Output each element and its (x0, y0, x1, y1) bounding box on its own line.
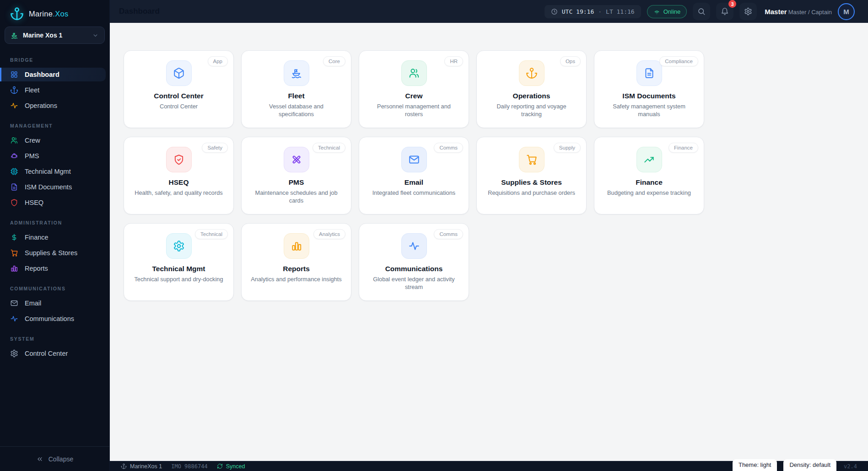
card-supplies-stores[interactable]: Supply Supplies & Stores Requisitions an… (476, 137, 587, 214)
footer-vessel: MarineXos 1 (121, 463, 162, 470)
card-title: PMS (242, 178, 351, 187)
chevron-down-icon (92, 32, 99, 39)
user-name: Master (765, 8, 787, 16)
footer-imo: IMO 9886744 (171, 463, 207, 470)
card-title: Fleet (242, 92, 351, 100)
card-crew[interactable]: HR Crew Personnel management and rosters (359, 50, 469, 128)
card-communications[interactable]: Comms Communications Global event ledger… (359, 223, 469, 301)
card-hseq[interactable]: Safety HSEQ Health, safety, and quality … (124, 137, 234, 214)
sidebar-item-ism-documents[interactable]: ISM Documents (0, 180, 106, 194)
dollar-icon (10, 233, 18, 241)
sidebar-item-label: PMS (25, 152, 39, 160)
sidebar-item-operations[interactable]: Operations (0, 99, 106, 112)
brand: Marine.Xos (0, 0, 109, 26)
sidebar-item-hseq[interactable]: HSEQ (0, 196, 106, 209)
refresh-icon (217, 463, 223, 469)
card-reports[interactable]: Analytics Reports Analytics and performa… (241, 223, 351, 301)
sidebar-item-fleet[interactable]: Fleet (0, 83, 106, 97)
avatar[interactable]: M (838, 3, 855, 20)
card-title: ISM Documents (594, 92, 704, 100)
ship-icon (11, 32, 18, 39)
card-operations[interactable]: Ops Operations Daily reporting and voyag… (476, 50, 587, 128)
footer-right: Theme: light Density: default v2.4 (733, 461, 862, 471)
card-title: Communications (359, 265, 469, 273)
card-subtitle: Safety management system manuals (594, 103, 704, 118)
theme-toggle[interactable]: Theme: light (733, 459, 777, 471)
sidebar-item-supplies-stores[interactable]: Supplies & Stores (0, 246, 106, 260)
card-badge: Technical (195, 229, 228, 239)
shield-icon (10, 198, 18, 207)
section-label-system: SYSTEM (0, 327, 109, 345)
app-card-grid: App Control Center Control Center Core F… (124, 50, 868, 301)
sidebar-item-label: HSEQ (25, 199, 43, 206)
section-label-administration: ADMINISTRATION (0, 211, 109, 229)
mail-icon (10, 299, 18, 307)
card-ism-documents[interactable]: Compliance ISM Documents Safety manageme… (594, 50, 704, 128)
utc-time: UTC 19:16 (562, 8, 594, 15)
sidebar-item-label: Technical Mgmt (25, 168, 71, 175)
gear-icon (10, 349, 18, 358)
card-subtitle: Budgeting and expense tracking (594, 189, 704, 197)
sidebar-item-label: Crew (25, 137, 40, 144)
search-button[interactable] (693, 3, 710, 20)
density-toggle[interactable]: Density: default (783, 459, 836, 471)
card-control-center[interactable]: App Control Center Control Center (124, 50, 234, 128)
bar-chart-icon (284, 233, 309, 259)
card-badge: Comms (434, 229, 463, 239)
card-pms[interactable]: Technical PMS Maintenance schedules and … (241, 137, 351, 214)
card-technical-mgmt[interactable]: Technical Technical Mgmt Technical suppo… (124, 223, 234, 301)
card-badge: App (208, 56, 228, 66)
collapse-button[interactable]: Collapse (0, 446, 109, 471)
dashboard-grid-icon (10, 70, 18, 79)
brand-name: Marine.Xos (29, 10, 68, 18)
card-email[interactable]: Comms Email Integrated fleet communicati… (359, 137, 469, 214)
search-icon (697, 7, 706, 16)
notifications-button[interactable]: 3 (716, 3, 733, 20)
sidebar-item-label: Operations (25, 102, 57, 109)
card-badge: Compliance (659, 56, 698, 66)
sidebar-item-reports[interactable]: Reports (0, 262, 106, 275)
activity-icon (10, 102, 18, 110)
card-badge: Comms (434, 143, 463, 153)
activity-icon (401, 233, 427, 259)
anchor-icon (519, 60, 545, 86)
sync-status: Synced (217, 463, 245, 470)
sidebar-item-email[interactable]: Email (0, 296, 106, 310)
anchor-icon (10, 86, 18, 94)
card-title: Technical Mgmt (124, 265, 233, 273)
card-fleet[interactable]: Core Fleet Vessel database and specifica… (241, 50, 351, 128)
sidebar-item-control-center[interactable]: Control Center (0, 347, 106, 360)
card-subtitle: Technical support and dry-docking (124, 276, 233, 284)
vessel-selector[interactable]: Marine Xos 1 (5, 27, 105, 44)
mail-icon (401, 147, 427, 172)
sidebar-item-pms[interactable]: PMS (0, 149, 106, 163)
card-subtitle: Vessel database and specifications (242, 103, 351, 118)
section-label-bridge: BRIDGE (0, 48, 109, 66)
collapse-label: Collapse (49, 455, 73, 463)
card-title: Email (359, 178, 469, 187)
gear-icon (166, 233, 192, 259)
users-icon (401, 60, 427, 86)
sidebar-item-dashboard[interactable]: Dashboard (0, 68, 106, 81)
user-menu[interactable]: Master Master / Captain (765, 8, 832, 16)
card-title: Control Center (124, 92, 233, 100)
sidebar-item-label: Supplies & Stores (25, 249, 77, 257)
sidebar-item-technical-mgmt[interactable]: Technical Mgmt (0, 165, 106, 178)
sidebar-item-label: ISM Documents (25, 183, 72, 191)
vessel-selector-label: Marine Xos 1 (23, 32, 62, 39)
sidebar-item-finance[interactable]: Finance (0, 230, 106, 244)
sidebar-item-communications[interactable]: Communications (0, 312, 106, 326)
notification-count-badge: 3 (728, 0, 736, 8)
local-time: LT 11:16 (606, 8, 635, 15)
sync-status-label: Synced (226, 463, 245, 470)
sidebar-item-label: Reports (25, 265, 48, 272)
card-finance[interactable]: Finance Finance Budgeting and expense tr… (594, 137, 704, 214)
settings-button[interactable] (739, 3, 757, 20)
card-subtitle: Global event ledger and activity stream (359, 276, 469, 291)
anchor-icon (121, 463, 127, 469)
card-title: Reports (242, 265, 351, 273)
sidebar: Marine.Xos Marine Xos 1 BRIDGE Dashboard… (0, 0, 110, 471)
sidebar-item-crew[interactable]: Crew (0, 134, 106, 147)
card-subtitle: Control Center (124, 103, 233, 111)
sidebar-item-label: Email (25, 300, 41, 307)
